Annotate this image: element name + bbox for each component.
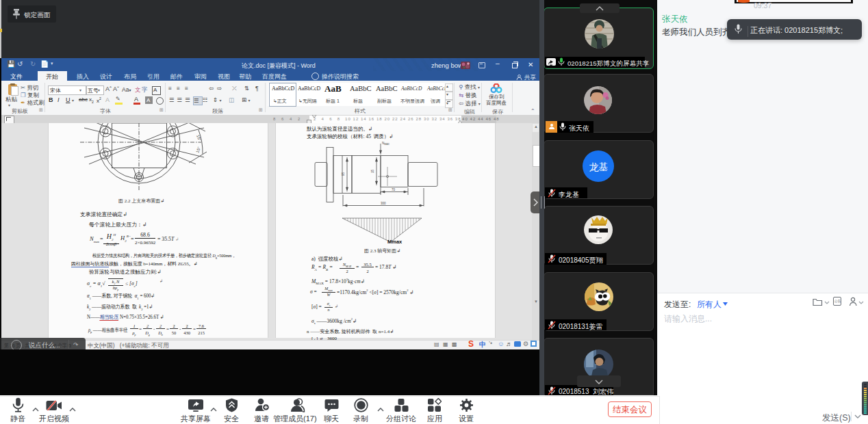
svg-text:95: 95 bbox=[342, 172, 345, 176]
svg-text:15°: 15° bbox=[196, 134, 202, 142]
svg-text:70: 70 bbox=[392, 188, 396, 191]
svg-text:NMAX: NMAX bbox=[382, 142, 390, 146]
svg-text:300: 300 bbox=[381, 202, 386, 205]
svg-text:15: 15 bbox=[371, 169, 374, 173]
svg-text:15°: 15° bbox=[195, 146, 201, 153]
